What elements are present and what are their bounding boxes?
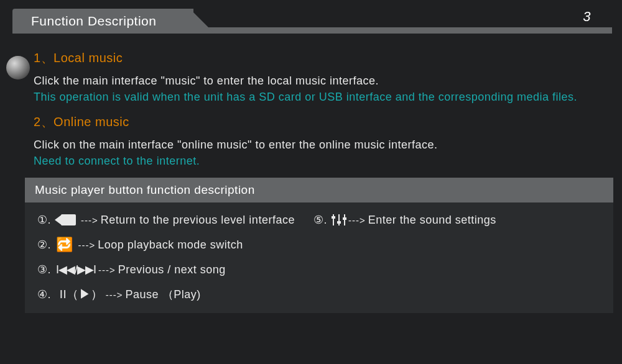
page-title: Function Description xyxy=(31,14,156,29)
item-number: ①. xyxy=(37,213,55,227)
section-heading: 1、Local music xyxy=(34,50,597,66)
svg-rect-0 xyxy=(333,214,334,225)
item-desc: Return to the previous level interface xyxy=(101,214,295,227)
arrow-glyph: ---> xyxy=(106,289,123,300)
svg-rect-3 xyxy=(332,216,335,219)
section-online-music: 2、Online music Click on the main interfa… xyxy=(34,114,597,169)
section-heading: 2、Online music xyxy=(34,114,597,130)
section-body: Click the main interface "music" to ente… xyxy=(34,73,597,89)
panel-body: ①. ---> Return to the previous level int… xyxy=(25,202,613,313)
item-desc: Pause （Play) xyxy=(126,287,201,302)
equalizer-icon xyxy=(331,213,347,227)
section-note: Need to connect to the internet. xyxy=(34,153,597,169)
loop-icon: 🔁 xyxy=(56,237,73,253)
content-area: 1、Local music Click the main interface "… xyxy=(0,34,622,313)
section-body: Click on the main interface "online musi… xyxy=(34,137,597,153)
panel-row-1: ①. ---> Return to the previous level int… xyxy=(37,211,607,229)
arrow-glyph: ---> xyxy=(98,265,116,275)
panel-title: Music player button function description xyxy=(25,178,613,202)
item-desc: Loop playback mode switch xyxy=(98,239,243,252)
svg-rect-5 xyxy=(343,217,346,220)
header: Function Description 3 xyxy=(0,0,622,34)
arrow-glyph: ---> xyxy=(78,240,96,250)
arrow-glyph: ---> xyxy=(348,215,366,225)
page-title-tab: Function Description xyxy=(12,9,193,34)
back-icon xyxy=(55,214,80,225)
panel-row-4: ④. II（▶） ---> Pause （Play) xyxy=(37,286,607,303)
item-desc: Enter the sound settings xyxy=(368,214,496,227)
decorative-knob xyxy=(6,56,30,80)
item-number: ⑤. xyxy=(313,213,331,227)
pause-play-icon: II（▶） xyxy=(56,286,103,303)
section-note: This operation is valid when the unit ha… xyxy=(34,89,597,105)
item-number: ④. xyxy=(37,288,55,301)
button-description-panel: Music player button function description… xyxy=(25,178,613,313)
svg-rect-1 xyxy=(338,214,340,225)
svg-rect-4 xyxy=(337,221,341,224)
page-number: 3 xyxy=(583,9,591,25)
item-desc: Previous / next song xyxy=(118,263,226,276)
prev-next-icon: I◀◀/▶▶I xyxy=(56,263,96,276)
panel-row-3: ③. I◀◀/▶▶I ---> Previous / next song xyxy=(37,261,607,278)
section-local-music: 1、Local music Click the main interface "… xyxy=(34,50,597,105)
item-number: ②. xyxy=(37,238,55,252)
panel-row-5: ⑤. ---> xyxy=(313,213,496,227)
item-number: ③. xyxy=(37,263,55,276)
panel-row-2: ②. 🔁 ---> Loop playback mode switch xyxy=(37,236,607,253)
arrow-glyph: ---> xyxy=(81,215,98,225)
